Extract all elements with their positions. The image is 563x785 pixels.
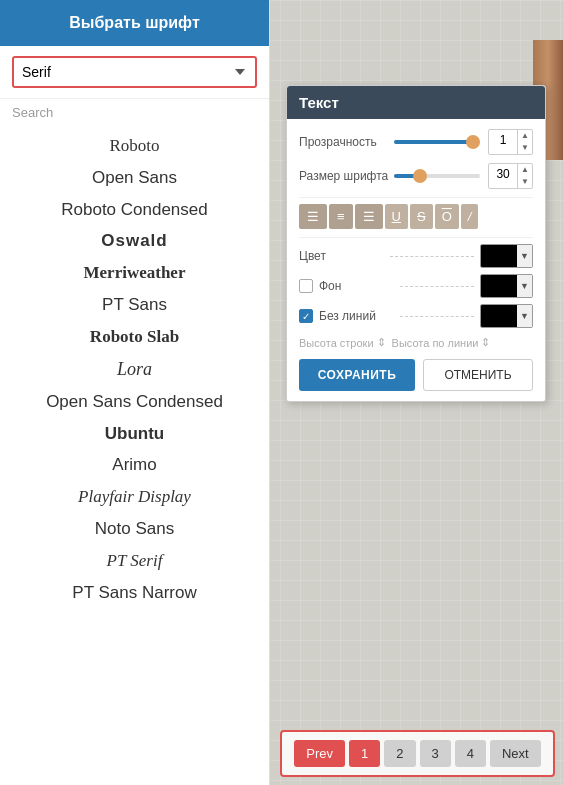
save-button[interactable]: СОХРАНИТЬ — [299, 359, 415, 391]
font-list-item[interactable]: PT Sans Narrow — [0, 577, 269, 609]
color-swatch[interactable]: ▼ — [480, 244, 533, 268]
fontsize-slider-thumb[interactable] — [413, 169, 427, 183]
font-list-item[interactable]: Playfair Display — [0, 481, 269, 513]
row-height-label-2: Высота по линии ⇕ — [392, 336, 491, 349]
row-height-icon: ⇕ — [377, 336, 386, 349]
font-list-item[interactable]: PT Sans — [0, 289, 269, 321]
next-button[interactable]: Next — [490, 740, 541, 767]
fontsize-slider-track[interactable] — [394, 174, 480, 178]
divider-2 — [299, 237, 533, 238]
page-3-button[interactable]: 3 — [420, 740, 451, 767]
font-selector-row: Serif — [0, 46, 269, 99]
background-dashes — [400, 286, 475, 287]
opacity-label: Прозрачность — [299, 135, 394, 149]
color-row: Цвет ▼ — [299, 244, 533, 268]
panel-title: Выбрать шрифт — [69, 14, 199, 31]
row-height-text: Высота строки — [299, 337, 374, 349]
opacity-number-input: 1 ▲ ▼ — [488, 129, 533, 155]
align-center-button[interactable]: ≡ — [329, 204, 353, 229]
nolines-dropdown-arrow[interactable]: ▼ — [517, 305, 532, 327]
line-height-text: Высота по линии — [392, 337, 479, 349]
page-2-button[interactable]: 2 — [384, 740, 415, 767]
color-swatch-preview — [481, 245, 517, 267]
font-select[interactable]: Serif — [12, 56, 257, 88]
opacity-slider-thumb[interactable] — [466, 135, 480, 149]
fontsize-value: 30 — [489, 164, 517, 188]
align-right-button[interactable]: ☰ — [355, 204, 383, 229]
fontsize-up-arrow[interactable]: ▲ — [518, 164, 532, 176]
font-list-item[interactable]: Open Sans — [0, 162, 269, 194]
opacity-value: 1 — [489, 130, 517, 154]
fontsize-row: Размер шрифта 30 ▲ ▼ — [299, 163, 533, 189]
text-panel-body: Прозрачность 1 ▲ ▼ Размер шрифта — [287, 119, 545, 401]
font-list-item[interactable]: Open Sans Condensed — [0, 386, 269, 418]
fontsize-down-arrow[interactable]: ▼ — [518, 176, 532, 188]
cancel-button[interactable]: ОТМЕНИТЬ — [423, 359, 533, 391]
page-4-button[interactable]: 4 — [455, 740, 486, 767]
fontsize-slider-container — [394, 174, 480, 178]
font-list-item[interactable]: Noto Sans — [0, 513, 269, 545]
nolines-checkbox[interactable] — [299, 309, 313, 323]
pagination-area: Prev 1 2 3 4 Next — [280, 730, 555, 777]
fontsize-number-input: 30 ▲ ▼ — [488, 163, 533, 189]
background-row: Фон ▼ — [299, 274, 533, 298]
opacity-slider-track[interactable] — [394, 140, 480, 144]
font-list-item[interactable]: Arimo — [0, 449, 269, 481]
opacity-row: Прозрачность 1 ▲ ▼ — [299, 129, 533, 155]
nolines-swatch-preview — [481, 305, 517, 327]
left-panel: Выбрать шрифт Serif Search RobotoOpen Sa… — [0, 0, 270, 785]
underline-button[interactable]: U — [385, 204, 408, 229]
text-panel: Текст Прозрачность 1 ▲ ▼ Размер шрифта — [286, 85, 546, 402]
background-label: Фон — [319, 279, 394, 293]
background-swatch[interactable]: ▼ — [480, 274, 533, 298]
font-list-item[interactable]: Roboto Slab — [0, 321, 269, 353]
opacity-arrows[interactable]: ▲ ▼ — [517, 130, 532, 154]
row-height-label-1: Высота строки ⇕ — [299, 336, 386, 349]
opacity-slider-container — [394, 140, 480, 144]
background-dropdown-arrow[interactable]: ▼ — [517, 275, 532, 297]
background-checkbox[interactable] — [299, 279, 313, 293]
font-list-item[interactable]: Oswald — [0, 225, 269, 257]
color-dashes — [390, 256, 475, 257]
fontsize-label: Размер шрифта — [299, 169, 394, 183]
text-panel-header: Текст — [287, 86, 545, 119]
nolines-swatch[interactable]: ▼ — [480, 304, 533, 328]
search-label: Search — [12, 105, 53, 120]
nolines-label: Без линий — [319, 309, 394, 323]
align-left-button[interactable]: ☰ — [299, 204, 327, 229]
text-panel-title: Текст — [299, 94, 339, 111]
panel-header: Выбрать шрифт — [0, 0, 269, 46]
italic-button[interactable]: / — [461, 204, 479, 229]
opacity-slider-fill — [394, 140, 473, 144]
fontsize-arrows[interactable]: ▲ ▼ — [517, 164, 532, 188]
font-list-item[interactable]: PT Serif — [0, 545, 269, 577]
font-list-item[interactable]: Lora — [0, 353, 269, 386]
align-style-group: ☰ ≡ ☰ U S O / — [299, 204, 533, 229]
background-swatch-preview — [481, 275, 517, 297]
font-list: RobotoOpen SansRoboto CondensedOswaldMer… — [0, 124, 269, 785]
page-1-button[interactable]: 1 — [349, 740, 380, 767]
row-height-row: Высота строки ⇕ Высота по линии ⇕ — [299, 336, 533, 349]
action-buttons: СОХРАНИТЬ ОТМЕНИТЬ — [299, 359, 533, 391]
strikethrough-button[interactable]: S — [410, 204, 433, 229]
line-height-icon: ⇕ — [481, 336, 490, 349]
prev-button[interactable]: Prev — [294, 740, 345, 767]
opacity-up-arrow[interactable]: ▲ — [518, 130, 532, 142]
divider-1 — [299, 197, 533, 198]
overline-button[interactable]: O — [435, 204, 459, 229]
nolines-dashes — [400, 316, 475, 317]
nolines-row: Без линий ▼ — [299, 304, 533, 328]
color-label: Цвет — [299, 249, 384, 263]
font-list-item[interactable]: Roboto Condensed — [0, 194, 269, 226]
opacity-down-arrow[interactable]: ▼ — [518, 142, 532, 154]
search-row: Search — [0, 99, 269, 124]
font-list-item[interactable]: Merriweather — [0, 257, 269, 289]
color-dropdown-arrow[interactable]: ▼ — [517, 245, 532, 267]
font-list-item[interactable]: Ubuntu — [0, 418, 269, 450]
font-list-item[interactable]: Roboto — [0, 130, 269, 162]
